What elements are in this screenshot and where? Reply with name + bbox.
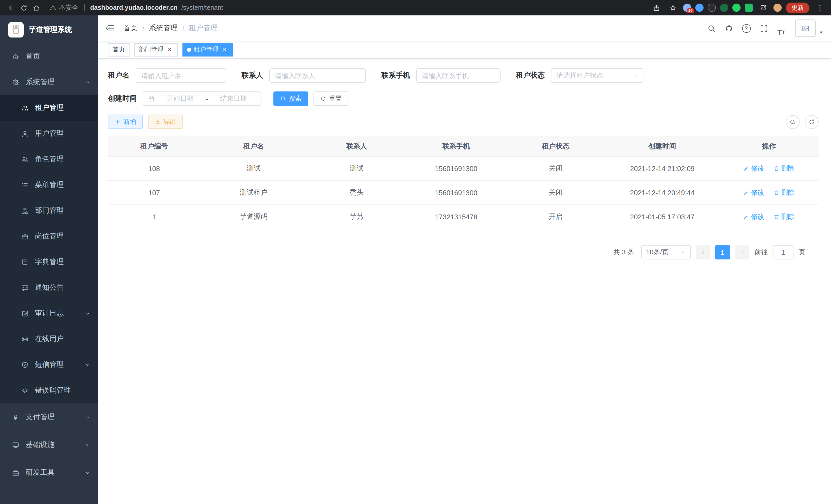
- extension-icon-green-circle[interactable]: [732, 4, 741, 12]
- sidebar-item-audit-log[interactable]: 审计日志: [0, 301, 98, 326]
- app-logo[interactable]: 芋道管理系统: [0, 16, 98, 44]
- column-header: 联系人: [307, 136, 406, 156]
- sidebar-item-home[interactable]: 首页: [0, 44, 98, 69]
- extension-icon-green-square[interactable]: [745, 4, 753, 12]
- cell-status: 开启: [506, 205, 605, 229]
- sidebar-item-post-management[interactable]: 岗位管理: [0, 224, 98, 249]
- url-path[interactable]: /system/tenant: [181, 4, 223, 11]
- delete-link[interactable]: 删除: [773, 188, 795, 197]
- sidebar-item-department-management[interactable]: 部门管理: [0, 198, 98, 224]
- column-header: 创建时间: [605, 136, 719, 156]
- sidebar-collapse-icon[interactable]: [98, 16, 122, 41]
- sidebar-item-tenant-management[interactable]: 租户管理: [0, 95, 98, 121]
- status-select-placeholder: 请选择租户状态: [556, 71, 603, 80]
- sidebar-item-infrastructure[interactable]: 基础设施: [0, 431, 98, 459]
- sidebar-item-system-management[interactable]: 系统管理: [0, 69, 98, 95]
- fullscreen-icon[interactable]: [756, 21, 771, 36]
- tag-department-management[interactable]: 部门管理 ×: [134, 43, 178, 56]
- page-number-1[interactable]: 1: [715, 245, 730, 260]
- edit-pencil-icon: [743, 214, 749, 220]
- goto-page-input[interactable]: [773, 245, 794, 260]
- sidebar-item-role-management[interactable]: 角色管理: [0, 146, 98, 172]
- extension-icon-dark[interactable]: [708, 4, 716, 12]
- cell-status: 关闭: [506, 156, 605, 181]
- sidebar-item-menu-management[interactable]: 菜单管理: [0, 172, 98, 198]
- contact-input[interactable]: [269, 68, 366, 83]
- add-button[interactable]: 新增: [108, 115, 143, 129]
- breadcrumb-separator: /: [182, 24, 184, 32]
- chevron-down-icon: [85, 470, 90, 475]
- browser-menu-dots-icon[interactable]: [813, 2, 826, 14]
- date-range-picker[interactable]: 开始日期 - 结束日期: [143, 91, 261, 106]
- sidebar-item-label: 菜单管理: [35, 180, 64, 189]
- sidebar-item-online-users[interactable]: 在线用户: [0, 326, 98, 352]
- tag-tenant-management[interactable]: 租户管理 ×: [182, 43, 233, 56]
- refresh-icon: [320, 95, 326, 102]
- chevron-down-icon: [85, 310, 90, 316]
- delete-link[interactable]: 删除: [773, 212, 795, 221]
- gear-icon: [11, 78, 20, 86]
- refresh-table-button[interactable]: [805, 115, 819, 129]
- breadcrumb-system[interactable]: 系统管理: [149, 24, 178, 33]
- extension-icon-blue[interactable]: [695, 4, 704, 12]
- tag-label: 租户管理: [194, 45, 219, 54]
- filter-create-time: 创建时间 开始日期 - 结束日期: [108, 91, 261, 106]
- prev-page-button[interactable]: [696, 245, 710, 260]
- back-icon[interactable]: [5, 2, 18, 14]
- bookmark-star-icon[interactable]: [666, 2, 679, 14]
- edit-link[interactable]: 修改: [743, 212, 765, 221]
- edit-link[interactable]: 修改: [743, 164, 765, 173]
- sidebar-item-user-management[interactable]: 用户管理: [0, 121, 98, 146]
- edit-pencil-icon: [743, 166, 749, 172]
- security-warning[interactable]: 不安全: [49, 3, 78, 12]
- reset-button[interactable]: 重置: [314, 91, 348, 106]
- sidebar-item-payment-management[interactable]: ¥ 支付管理: [0, 403, 98, 431]
- page-size-select[interactable]: 10条/页: [641, 245, 691, 260]
- address-bar[interactable]: 不安全 dashboard.yudao.iocoder.cn/system/te…: [49, 3, 650, 12]
- toggle-search-button[interactable]: [786, 115, 800, 129]
- next-page-button[interactable]: [735, 245, 749, 260]
- extension-icon-darkgreen[interactable]: [720, 4, 728, 12]
- extension-icon-badged[interactable]: 10: [683, 4, 691, 12]
- cell-mobile: 15601691300: [406, 181, 506, 205]
- toolbox-icon: [11, 469, 20, 476]
- home-icon[interactable]: [30, 2, 42, 14]
- column-header: 租户编号: [108, 136, 200, 156]
- tag-close-icon[interactable]: ×: [221, 46, 228, 53]
- search-button[interactable]: 搜索: [274, 91, 308, 106]
- url-host[interactable]: dashboard.yudao.iocoder.cn: [90, 4, 177, 11]
- share-icon[interactable]: [650, 2, 662, 14]
- tag-home[interactable]: 首页: [108, 43, 130, 56]
- tag-close-icon[interactable]: ×: [166, 46, 173, 53]
- sidebar-item-sms-management[interactable]: 短信管理: [0, 352, 98, 378]
- search-icon[interactable]: [704, 21, 719, 36]
- pagination: 共 3 条 10条/页 1 前往 页: [108, 245, 819, 260]
- sidebar-item-announcement[interactable]: 通知公告: [0, 275, 98, 301]
- browser-update-button[interactable]: 更新: [786, 2, 809, 13]
- table-header-row: 租户编号 租户名 联系人 联系手机 租户状态 创建时间 操作: [108, 136, 819, 156]
- browser-actions: 10 更新: [650, 2, 826, 14]
- breadcrumb-home[interactable]: 首页: [123, 24, 138, 33]
- edit-link[interactable]: 修改: [743, 188, 765, 197]
- font-size-icon[interactable]: TT: [773, 21, 789, 36]
- tenant-name-input[interactable]: [136, 68, 226, 83]
- breadcrumb-separator: /: [142, 24, 144, 32]
- github-icon[interactable]: [721, 21, 737, 36]
- mobile-input[interactable]: [416, 68, 500, 83]
- profile-avatar-icon[interactable]: [773, 4, 782, 12]
- status-select[interactable]: 请选择租户状态: [551, 68, 643, 83]
- avatar[interactable]: [795, 20, 815, 37]
- delete-link[interactable]: 删除: [773, 164, 795, 173]
- sidebar-item-devtools[interactable]: 研发工具: [0, 459, 98, 486]
- navbar-actions: ? TT: [704, 20, 824, 37]
- roles-users-icon: [21, 155, 29, 163]
- refresh-icon[interactable]: [18, 2, 30, 14]
- sidebar-item-dictionary-management[interactable]: 字典管理: [0, 249, 98, 275]
- sidebar-item-label: 基础设施: [26, 440, 55, 449]
- help-icon[interactable]: ?: [739, 21, 754, 36]
- export-button[interactable]: 导出: [148, 115, 183, 129]
- avatar-caret-icon[interactable]: [819, 30, 824, 35]
- sidebar-item-error-code-management[interactable]: 错误码管理: [0, 378, 98, 403]
- cell-operations: 修改 删除: [719, 205, 819, 229]
- extensions-puzzle-icon[interactable]: [757, 2, 769, 14]
